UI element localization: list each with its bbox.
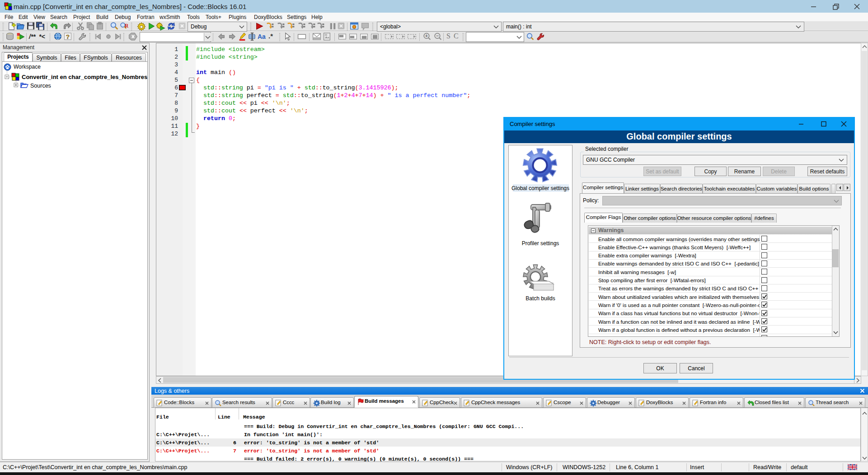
svg-text:R: R — [125, 23, 129, 29]
svg-text:+: + — [425, 33, 428, 38]
svg-text:?: ? — [66, 33, 70, 40]
svg-text:−: − — [436, 33, 439, 38]
